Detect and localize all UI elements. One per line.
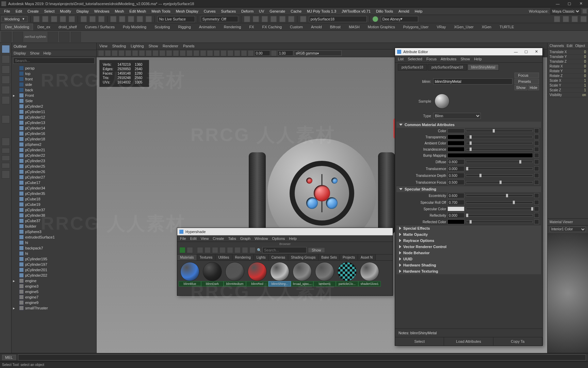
vp-menu-lighting[interactable]: Lighting [131, 44, 144, 48]
vp-ao-icon[interactable] [227, 50, 233, 56]
shelf-tool-5-icon[interactable] [71, 32, 81, 42]
outliner-menu-display[interactable]: Display [14, 51, 26, 55]
outliner-item[interactable]: engine3 [12, 283, 96, 289]
outliner-item[interactable]: pCylinder35 [12, 191, 96, 196]
section-vector-renderer-control-header[interactable]: Vector Renderer Control [396, 244, 541, 250]
shelf-tab-poly-modeling[interactable]: Poly Modeling [119, 24, 150, 30]
ipr-icon[interactable] [262, 16, 268, 22]
ae-menu-focus[interactable]: Focus [426, 57, 437, 61]
layout-two-icon[interactable] [2, 155, 10, 161]
ae-menu-show[interactable]: Show [460, 57, 470, 61]
section-matte-opacity-header[interactable]: Matte Opacity [396, 231, 541, 237]
hs-menu-options[interactable]: Options [272, 236, 285, 241]
vp-shadows-icon[interactable] [200, 50, 206, 56]
vp-motion-blur-icon[interactable] [234, 50, 240, 56]
hs-tab-asset-n[interactable]: Asset N [358, 255, 376, 260]
channel-item[interactable]: Rotate Z0 [549, 74, 587, 78]
outliner-item[interactable]: side [12, 82, 96, 87]
attr-slider[interactable] [466, 208, 533, 210]
outliner-item[interactable]: pCylinder195 [12, 256, 96, 262]
material-swatch[interactable]: blinnRed [246, 262, 268, 287]
attr-value-input[interactable]: 0.500 [447, 180, 464, 185]
channel-item[interactable]: Rotate X0 [549, 64, 587, 69]
section-common-header[interactable]: Common Material Attributes [396, 122, 541, 128]
material-swatch[interactable]: lambert1 [313, 262, 336, 287]
new-scene-icon[interactable] [33, 16, 39, 22]
menu-dillo-tools[interactable]: Dillo Tools [373, 9, 396, 14]
hs-toggle1-icon[interactable] [179, 247, 185, 253]
open-scene-icon[interactable] [42, 16, 48, 22]
hs-tab-projects[interactable]: Projects [340, 255, 358, 260]
last-tool-icon[interactable] [2, 115, 10, 123]
section-raytrace-options-header[interactable]: Raytrace Options [396, 237, 541, 244]
outliner-item[interactable]: backpack7 [12, 245, 96, 251]
menu-uv[interactable]: UV [256, 9, 267, 14]
shelf-tab-rendering[interactable]: Rendering [220, 24, 245, 30]
attr-value-input[interactable]: 0.000 [447, 166, 464, 171]
attr-value-input[interactable]: 0.600 [447, 193, 464, 198]
command-input[interactable] [18, 354, 586, 361]
select-mode-icon[interactable] [81, 16, 87, 22]
map-button-icon[interactable] [534, 206, 539, 211]
ch-menu-edit[interactable]: Edit [567, 44, 572, 48]
hs-tab-bake-sets[interactable]: Bake Sets [318, 255, 340, 260]
channel-value[interactable]: 1 [584, 83, 586, 87]
live-surface-field[interactable]: No Live Surface [158, 16, 195, 22]
ae-close-button[interactable]: ✕ [532, 49, 540, 54]
history-icon[interactable] [244, 16, 250, 22]
menu-modify[interactable]: Modify [57, 9, 74, 14]
render-icon[interactable] [253, 16, 259, 22]
hs-view-grid-icon[interactable] [205, 247, 211, 253]
shelf-tab-bifrost[interactable]: Bifrost [326, 24, 344, 30]
hs-tab-utilities[interactable]: Utilities [215, 255, 232, 260]
map-button-icon[interactable] [534, 219, 539, 224]
outliner-toggle-icon[interactable] [2, 170, 10, 179]
vp-dof-icon[interactable] [241, 50, 247, 56]
color-swatch[interactable] [447, 141, 464, 145]
channel-item[interactable]: Scale X1 [549, 78, 587, 83]
hs-view-small-icon[interactable] [212, 247, 218, 253]
hs-tab-rendering[interactable]: Rendering [232, 255, 254, 260]
map-button-icon[interactable] [534, 147, 539, 152]
presets-button[interactable]: Presets [514, 79, 539, 84]
outliner-item[interactable]: persp [12, 65, 96, 71]
attr-slider[interactable] [466, 221, 533, 223]
minimize-button[interactable]: — [552, 0, 564, 7]
outliner-item[interactable]: pCylinder12 [12, 114, 96, 120]
layout-single-icon[interactable] [2, 138, 10, 146]
material-swatch[interactable]: broad_spec... [291, 262, 313, 287]
layout-four-icon[interactable] [2, 148, 10, 153]
layout-three-icon[interactable] [2, 163, 10, 168]
outliner-menu-help[interactable]: Help [44, 51, 51, 55]
hs-refresh-icon[interactable] [234, 247, 241, 253]
vp-menu-shading[interactable]: Shading [112, 44, 126, 48]
ae-menu-selected[interactable]: Selected [408, 57, 422, 61]
hs-clear-icon[interactable] [249, 247, 256, 253]
menu-cache[interactable]: Cache [288, 9, 304, 14]
focus-button[interactable]: Focus [514, 73, 539, 78]
hs-menu-file[interactable]: File [180, 236, 186, 241]
attr-slider[interactable] [466, 174, 533, 177]
attr-value-input[interactable]: 0.700 [447, 200, 464, 205]
shelf-tab-rigging[interactable]: Rigging [174, 24, 194, 30]
snap-curve-icon[interactable] [119, 16, 125, 22]
vp-2d-icon[interactable] [118, 50, 125, 56]
material-swatch[interactable]: blinnMedium [224, 262, 246, 287]
selected-object-field[interactable]: polySurface18 [309, 16, 367, 22]
hs-menu-tabs[interactable]: Tabs [228, 236, 236, 241]
material-swatch[interactable]: shaderGlow1 [358, 262, 381, 287]
pause-icon[interactable] [288, 16, 294, 22]
outliner-item[interactable]: pCylinder13 [12, 120, 96, 125]
outliner-item[interactable]: pCylinder14 [12, 125, 96, 131]
outliner-item[interactable]: top [12, 71, 96, 76]
outliner-item[interactable]: pCylinder11 [12, 109, 96, 114]
paint-select-icon[interactable] [98, 16, 104, 22]
color-swatch[interactable] [447, 135, 464, 139]
hide-button[interactable]: Hide [528, 85, 539, 90]
hypershade-titlebar[interactable]: Hypershade [177, 228, 393, 235]
hs-tab-cameras[interactable]: Cameras [268, 255, 288, 260]
vp-exposure-value[interactable]: 0.00 [255, 50, 270, 56]
workspace-select[interactable]: Maya Classic [551, 8, 581, 14]
channel-item[interactable]: Visibilityon [549, 93, 587, 97]
material-viewer-select[interactable]: Interior1 Color [550, 227, 586, 232]
